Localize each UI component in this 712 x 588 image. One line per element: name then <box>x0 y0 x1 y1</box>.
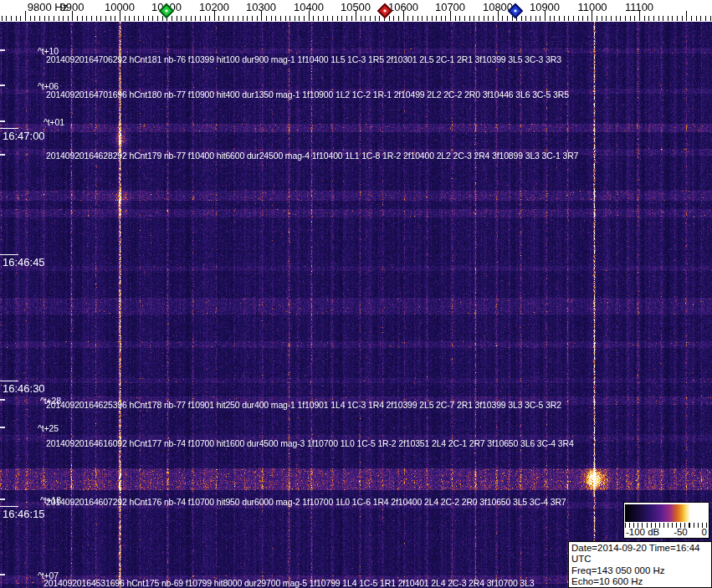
spectrogram-window: 9800 Hz990010000101001020010300104001050… <box>0 0 712 588</box>
time-tick <box>0 381 18 381</box>
event-edge-tick <box>0 499 5 500</box>
time-tick <box>0 128 18 129</box>
freq-axis-label: 10500 <box>341 1 371 13</box>
event-data-line: 20140920164607292 hCnt176 nb-74 f10700 h… <box>46 497 566 507</box>
db-color-scale: -100 dB -50 0 <box>623 502 709 539</box>
freq-axis-label: 10600 <box>388 1 418 13</box>
event-marker-label: ^t+01 <box>44 117 64 127</box>
event-data-line: 20140920164706292 hCnt181 nb-76 f10399 h… <box>46 54 561 64</box>
info-frequency: Freq=143 050 000 Hz <box>571 565 709 576</box>
time-label: 16:47:00 <box>3 130 45 142</box>
event-edge-tick <box>0 154 5 156</box>
red-diamond-center-dot <box>383 9 387 13</box>
event-data-line: 20140920164628292 hCnt179 nb-77 f10400 h… <box>46 151 578 161</box>
event-data-line: 20140920164531696 hCnt175 nb-69 f10799 h… <box>44 578 534 588</box>
event-data-line: 20140920164701696 hCnt180 nb-77 f10900 h… <box>46 89 569 100</box>
info-date-time: Date=2014-09-20 Time=16:44 UTC <box>571 543 709 565</box>
event-edge-tick <box>0 574 5 575</box>
event-edge-tick <box>0 120 5 122</box>
freq-axis-label: 9900 <box>60 1 85 13</box>
freq-axis-label: 10300 <box>246 1 276 13</box>
legend-label-mid: -50 <box>674 527 688 538</box>
time-tick <box>0 506 18 507</box>
event-edge-tick <box>0 49 5 51</box>
info-echo-freq: Echo=10 600 Hz <box>571 576 709 587</box>
event-marker-label: ^t+25 <box>38 423 59 433</box>
freq-axis-label: 11000 <box>577 1 607 13</box>
blue-diamond-center-dot <box>514 9 517 13</box>
time-label: 16:46:45 <box>3 256 45 268</box>
freq-axis-label: 11100 <box>625 1 653 13</box>
legend-label-min: -100 dB <box>626 527 659 538</box>
time-label: 16:46:15 <box>3 508 45 520</box>
event-edge-tick <box>0 427 5 428</box>
legend-label-max: 0 <box>702 527 707 538</box>
freq-axis-label: 10400 <box>294 1 324 13</box>
time-label: 16:46:30 <box>3 382 45 395</box>
freq-axis-label: 10900 <box>530 1 560 13</box>
event-data-line: 20140920164616092 hCnt177 nb-74 f10700 h… <box>46 438 574 448</box>
color-gradient-bar <box>625 504 708 522</box>
event-edge-tick <box>0 84 5 86</box>
freq-axis-label: 10700 <box>435 1 465 13</box>
freq-axis-label: 10000 <box>105 1 135 13</box>
freq-axis-label: 10200 <box>199 1 229 13</box>
time-tick <box>0 254 18 255</box>
event-data-line: 20140920164625396 hCnt178 nb-77 f10901 h… <box>46 400 561 410</box>
green-diamond-center-dot <box>165 9 168 13</box>
legend-labels: -100 dB -50 0 <box>626 527 707 538</box>
event-edge-tick <box>0 399 5 401</box>
station-info-box: Date=2014-09-20 Time=16:44 UTC Freq=143 … <box>568 541 712 588</box>
